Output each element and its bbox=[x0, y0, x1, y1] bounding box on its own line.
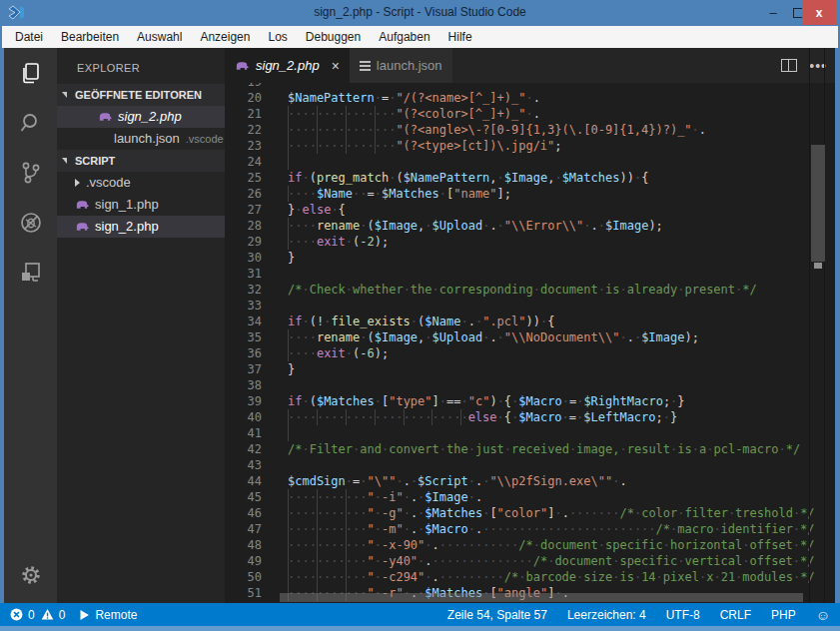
line-number: 46 bbox=[225, 505, 288, 521]
code-line[interactable]: 41 bbox=[225, 425, 835, 441]
code-line[interactable]: 50···········"·-c294"·.·········/*·barco… bbox=[225, 569, 835, 585]
window-border-bottom bbox=[0, 626, 840, 631]
tab-sign2-php[interactable]: sign_2.php × bbox=[225, 48, 350, 83]
explorer-icon[interactable] bbox=[4, 48, 57, 98]
code-line[interactable]: 43 bbox=[225, 457, 835, 473]
eol-setting[interactable]: CRLF bbox=[720, 608, 751, 622]
menu-debuggen[interactable]: Debuggen bbox=[297, 26, 370, 48]
vertical-scrollbar-thumb[interactable] bbox=[811, 145, 825, 262]
section-script[interactable]: SCRIPT bbox=[57, 150, 225, 172]
code-line[interactable]: 42/*·Filter·and·convert·the·just·receive… bbox=[225, 441, 835, 457]
minimize-button[interactable]: – bbox=[762, 0, 784, 25]
settings-gear-icon[interactable] bbox=[4, 555, 57, 595]
line-number: 20 bbox=[225, 90, 288, 106]
code-line[interactable]: 39if·($Matches·["type"]·==·"c")·{·$Macro… bbox=[225, 393, 835, 409]
open-editor-sign2[interactable]: sign_2.php bbox=[57, 106, 225, 128]
tab-bar: sign_2.php × launch.json ••• bbox=[225, 48, 835, 83]
debug-icon[interactable] bbox=[4, 198, 57, 248]
close-button[interactable]: x bbox=[802, 0, 836, 25]
code-line[interactable]: 19 bbox=[225, 83, 835, 90]
tab-launch-json[interactable]: launch.json bbox=[350, 48, 452, 83]
window-title: sign_2.php - Script - Visual Studio Code bbox=[0, 5, 840, 19]
code-line[interactable]: 32/*·Check·whether·the·corresponding·doc… bbox=[225, 282, 835, 298]
open-editor-launchjson[interactable]: launch.json .vscode bbox=[57, 128, 225, 150]
line-number: 24 bbox=[225, 154, 288, 170]
code-line[interactable]: 26····$Name··=·$Matches·["name"]; bbox=[225, 186, 835, 202]
line-number: 47 bbox=[225, 521, 288, 537]
code-line[interactable]: 48···········"·-x-90"·.···········/*·doc… bbox=[225, 537, 835, 553]
code-line[interactable]: 27}·else·{ bbox=[225, 202, 835, 218]
code-line[interactable]: 28····rename·($Image,·$Upload·.·"\\Error… bbox=[225, 218, 835, 234]
tree-item-sign2[interactable]: sign_2.php bbox=[57, 216, 225, 238]
split-editor-icon[interactable] bbox=[781, 59, 797, 72]
line-number: 41 bbox=[225, 425, 288, 441]
line-number: 23 bbox=[225, 138, 288, 154]
code-line[interactable]: 45···········"·-i"·.·$Image·. bbox=[225, 489, 835, 505]
task-remote[interactable]: Remote bbox=[79, 608, 137, 622]
cursor-position[interactable]: Zeile 54, Spalte 57 bbox=[447, 608, 547, 622]
menu-hilfe[interactable]: Hilfe bbox=[439, 26, 481, 48]
menu-aufgaben[interactable]: Aufgaben bbox=[370, 26, 438, 48]
code-line[interactable]: 44$cmdSign·=·"\""·.·$Script·.·"\\p2fSign… bbox=[225, 473, 835, 489]
code-line[interactable]: 20$NamePattern·=·"/(?<name>[^_]+)_"·. bbox=[225, 90, 835, 106]
line-number: 31 bbox=[225, 266, 288, 282]
code-text: ···········"·-i"·.·$Image·. bbox=[288, 489, 482, 505]
menu-datei[interactable]: Datei bbox=[6, 26, 52, 48]
code-line[interactable]: 35····rename·($Image,·$Upload·.·"\\NoDoc… bbox=[225, 329, 835, 345]
file-folder-suffix: .vscode bbox=[186, 128, 224, 150]
status-bar: 0 0 Remote Zeile 54, Spalte 57 Leerzeich… bbox=[0, 603, 840, 626]
code-line[interactable]: 29····exit·(-2); bbox=[225, 234, 835, 250]
code-text: /*·Check·whether·the·corresponding·docum… bbox=[288, 282, 757, 298]
code-text: ····exit·(-6); bbox=[288, 345, 389, 361]
code-text: ···············"(?<color>[^_]+)_"·. bbox=[288, 106, 540, 122]
code-line[interactable]: 34if·(!·file_exists·($Name·.·".pcl"))·{ bbox=[225, 314, 835, 329]
line-number: 33 bbox=[225, 298, 288, 314]
code-line[interactable]: 21···············"(?<color>[^_]+)_"·. bbox=[225, 106, 835, 122]
code-line[interactable]: 49···········"·-y40"·.··············/*·d… bbox=[225, 553, 835, 569]
menu-bearbeiten[interactable]: Bearbeiten bbox=[52, 26, 128, 48]
code-line[interactable]: 23···············"(?<type>[ct])\.jpg/i"; bbox=[225, 138, 835, 154]
feedback-smiley-icon[interactable]: ☺ bbox=[816, 607, 830, 623]
file-label: sign_2.php bbox=[118, 106, 182, 128]
code-line[interactable]: 37} bbox=[225, 361, 835, 377]
section-open-editors[interactable]: GEÖFFNETE EDITOREN bbox=[57, 84, 225, 106]
menu-los[interactable]: Los bbox=[259, 26, 296, 48]
problems-errors[interactable]: 0 bbox=[10, 608, 35, 622]
source-control-icon[interactable] bbox=[4, 148, 57, 198]
section-expanded-icon bbox=[62, 92, 67, 98]
file-label: sign_2.php bbox=[95, 216, 159, 238]
code-text: if·($Matches·["type"]·==·"c")·{·$Macro·=… bbox=[288, 393, 685, 409]
code-line[interactable]: 31 bbox=[225, 266, 835, 282]
language-mode[interactable]: PHP bbox=[771, 608, 796, 622]
code-line[interactable]: 25if·(preg_match·($NamePattern,·$Image,·… bbox=[225, 170, 835, 186]
code-line[interactable]: 38 bbox=[225, 377, 835, 393]
code-line[interactable]: 33 bbox=[225, 298, 835, 314]
code-line[interactable]: 46···········"·-g"·.·$Matches·["color"]·… bbox=[225, 505, 835, 521]
code-text: ·························else·{·$Macro·=… bbox=[288, 409, 677, 425]
code-line[interactable]: 40·························else·{·$Macro… bbox=[225, 409, 835, 425]
code-text: if·(preg_match·($NamePattern,·$Image,·$M… bbox=[288, 170, 648, 186]
search-icon[interactable] bbox=[4, 98, 57, 148]
horizontal-scrollbar-thumb[interactable] bbox=[280, 593, 803, 602]
code-line[interactable]: 24 bbox=[225, 154, 835, 170]
scrollbar-track[interactable] bbox=[809, 48, 825, 603]
indentation-setting[interactable]: Leerzeichen: 4 bbox=[567, 608, 646, 622]
code-line[interactable]: 22···············"(?<angle>\-?[0-9]{1,3}… bbox=[225, 122, 835, 138]
editor-group: sign_2.php × launch.json ••• 1920$NamePa… bbox=[225, 48, 835, 603]
encoding[interactable]: UTF-8 bbox=[666, 608, 700, 622]
tree-item-vscode-folder[interactable]: .vscode bbox=[57, 172, 225, 194]
menu-auswahl[interactable]: Auswahl bbox=[128, 26, 191, 48]
code-text: ···········"·-x-90"·.···········/*·docum… bbox=[288, 537, 815, 553]
code-line[interactable]: 47···········"·-m"·.·$Macro·.···········… bbox=[225, 521, 835, 537]
tree-item-sign1[interactable]: sign_1.php bbox=[57, 194, 225, 216]
line-number: 19 bbox=[225, 83, 288, 90]
code-text: } bbox=[288, 361, 295, 377]
extensions-icon[interactable] bbox=[4, 248, 57, 298]
code-line[interactable]: 30} bbox=[225, 250, 835, 266]
line-number: 39 bbox=[225, 393, 288, 409]
tab-close-icon[interactable]: × bbox=[332, 58, 340, 74]
code-line[interactable]: 36····exit·(-6); bbox=[225, 345, 835, 361]
problems-warnings[interactable]: 0 bbox=[41, 608, 66, 622]
menu-anzeigen[interactable]: Anzeigen bbox=[191, 26, 259, 48]
folder-collapsed-icon bbox=[75, 179, 80, 187]
